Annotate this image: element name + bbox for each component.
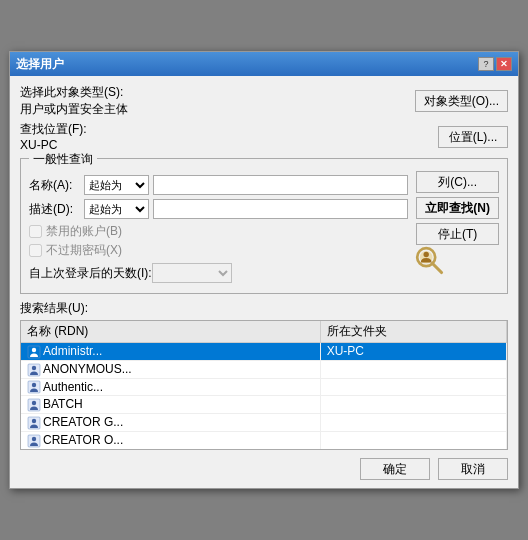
user-icon-svg <box>27 434 41 448</box>
svg-line-2 <box>433 264 442 273</box>
query-area: 名称(A): 起始为 描述(D): 起始为 禁用的账户(B) <box>29 171 408 285</box>
user-icon-svg <box>27 416 41 430</box>
cell-name: DIALUP <box>21 449 320 450</box>
table-header-row: 名称 (RDN) 所在文件夹 <box>21 321 507 343</box>
cell-folder <box>320 414 506 432</box>
user-icon <box>27 344 43 358</box>
desc-input[interactable] <box>153 199 408 219</box>
group-box-legend: 一般性查询 <box>29 151 97 168</box>
table-row[interactable]: DIALUP <box>21 449 507 450</box>
col-header-name: 名称 (RDN) <box>21 321 320 343</box>
cell-name: CREATOR O... <box>21 432 320 450</box>
list-button[interactable]: 列(C)... <box>416 171 499 193</box>
no-expire-password-label: 不过期密码(X) <box>46 242 122 259</box>
no-expire-password-row: 不过期密码(X) <box>29 242 408 259</box>
table-row[interactable]: Authentic... <box>21 378 507 396</box>
desc-select[interactable]: 起始为 <box>84 199 149 219</box>
object-type-label-value: 选择此对象类型(S): 用户或内置安全主体 <box>20 84 128 118</box>
location-label: 查找位置(F): <box>20 121 110 138</box>
location-label-value: 查找位置(F): XU-PC <box>20 121 110 152</box>
object-type-label: 选择此对象类型(S): <box>20 84 128 101</box>
object-type-section: 选择此对象类型(S): 用户或内置安全主体 对象类型(O)... <box>20 84 508 118</box>
results-label: 搜索结果(U): <box>20 300 508 317</box>
cell-folder <box>320 378 506 396</box>
footer-buttons: 确定 取消 <box>20 458 508 480</box>
disabled-account-label: 禁用的账户(B) <box>46 223 122 240</box>
user-icon-svg <box>27 363 41 377</box>
col-header-folder: 所在文件夹 <box>320 321 506 343</box>
since-select[interactable] <box>152 263 232 283</box>
cell-name: ANONYMOUS... <box>21 360 320 378</box>
user-icon-svg <box>27 345 41 359</box>
ok-button[interactable]: 确定 <box>360 458 430 480</box>
table-row[interactable]: CREATOR G... <box>21 414 507 432</box>
desc-label: 描述(D): <box>29 201 84 218</box>
cell-folder <box>320 432 506 450</box>
disabled-account-checkbox[interactable] <box>29 225 42 238</box>
disabled-account-row: 禁用的账户(B) <box>29 223 408 240</box>
location-button[interactable]: 位置(L)... <box>438 126 508 148</box>
user-icon-svg <box>27 398 41 412</box>
dialog-body: 选择此对象类型(S): 用户或内置安全主体 对象类型(O)... 查找位置(F)… <box>10 76 518 488</box>
name-label: 名称(A): <box>29 177 84 194</box>
cell-folder <box>320 360 506 378</box>
user-icon-svg <box>27 380 41 394</box>
search-icon-area <box>408 241 448 277</box>
results-section: 搜索结果(U): 名称 (RDN) 所在文件夹 Administr...XU-P… <box>20 300 508 450</box>
title-bar-buttons: ? ✕ <box>478 57 512 71</box>
name-input[interactable] <box>153 175 408 195</box>
user-icon <box>27 415 43 429</box>
cell-folder <box>320 396 506 414</box>
object-type-value: 用户或内置安全主体 <box>20 101 128 118</box>
user-icon <box>27 433 43 447</box>
cell-folder <box>320 449 506 450</box>
since-row: 自上次登录后的天数(I): <box>29 263 408 283</box>
since-label: 自上次登录后的天数(I): <box>29 265 152 282</box>
general-query-group: 一般性查询 名称(A): 起始为 描述(D): 起始为 <box>20 158 508 294</box>
svg-point-5 <box>32 348 36 352</box>
desc-query-row: 描述(D): 起始为 <box>29 199 408 219</box>
cell-name-text: Authentic... <box>43 380 103 394</box>
dialog-title: 选择用户 <box>16 56 64 73</box>
object-type-button[interactable]: 对象类型(O)... <box>415 90 508 112</box>
cell-name-text: BATCH <box>43 397 83 411</box>
query-buttons-panel: 列(C)... 立即查找(N) 停止(T) <box>416 171 499 285</box>
cell-folder: XU-PC <box>320 343 506 361</box>
cell-name-text: CREATOR O... <box>43 433 123 447</box>
svg-point-7 <box>32 365 36 369</box>
title-bar: 选择用户 ? ✕ <box>10 52 518 76</box>
svg-point-11 <box>32 401 36 405</box>
user-icon <box>27 362 43 376</box>
table-row[interactable]: CREATOR O... <box>21 432 507 450</box>
cell-name: BATCH <box>21 396 320 414</box>
search-decorative-icon <box>410 241 446 277</box>
help-button[interactable]: ? <box>478 57 494 71</box>
results-table: 名称 (RDN) 所在文件夹 Administr...XU-PC ANONYMO… <box>21 321 507 450</box>
cell-name: Authentic... <box>21 378 320 396</box>
results-table-wrapper[interactable]: 名称 (RDN) 所在文件夹 Administr...XU-PC ANONYMO… <box>20 320 508 450</box>
svg-point-3 <box>424 252 429 257</box>
location-value: XU-PC <box>20 138 110 152</box>
table-row[interactable]: Administr...XU-PC <box>21 343 507 361</box>
no-expire-password-checkbox[interactable] <box>29 244 42 257</box>
search-now-button[interactable]: 立即查找(N) <box>416 197 499 219</box>
cell-name: CREATOR G... <box>21 414 320 432</box>
user-icon <box>27 380 43 394</box>
cell-name-text: Administr... <box>43 344 102 358</box>
close-button[interactable]: ✕ <box>496 57 512 71</box>
name-query-row: 名称(A): 起始为 <box>29 175 408 195</box>
cancel-button[interactable]: 取消 <box>438 458 508 480</box>
user-icon <box>27 397 43 411</box>
select-user-dialog: 选择用户 ? ✕ 选择此对象类型(S): 用户或内置安全主体 对象类型(O)..… <box>9 51 519 489</box>
cell-name: Administr... <box>21 343 320 361</box>
cell-name-text: ANONYMOUS... <box>43 362 132 376</box>
group-inner: 名称(A): 起始为 描述(D): 起始为 禁用的账户(B) <box>29 171 499 285</box>
table-row[interactable]: BATCH <box>21 396 507 414</box>
cell-name-text: CREATOR G... <box>43 415 123 429</box>
svg-point-13 <box>32 419 36 423</box>
svg-point-9 <box>32 383 36 387</box>
location-section: 查找位置(F): XU-PC 位置(L)... <box>20 121 508 152</box>
table-row[interactable]: ANONYMOUS... <box>21 360 507 378</box>
name-select[interactable]: 起始为 <box>84 175 149 195</box>
svg-point-15 <box>32 437 36 441</box>
